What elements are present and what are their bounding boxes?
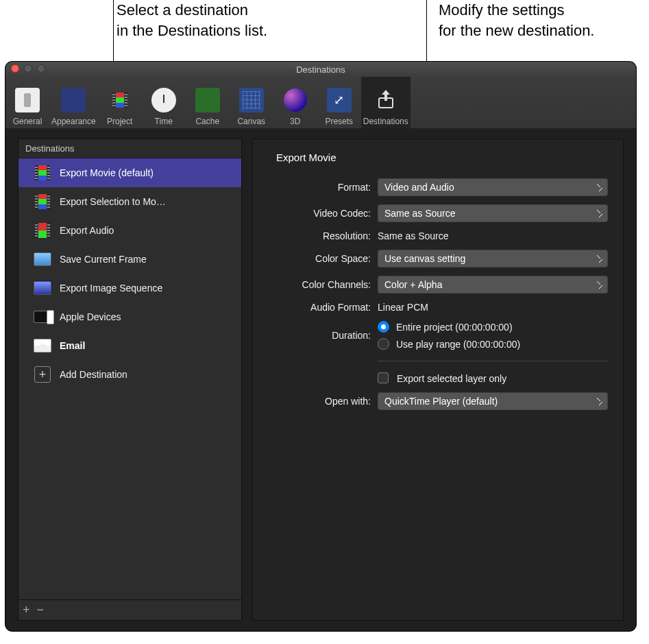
duration-label: Duration: <box>268 330 378 341</box>
audio-format-label: Audio Format: <box>268 302 378 313</box>
callout-left: Select a destination in the Destinations… <box>117 0 308 40</box>
resolution-value: Same as Source <box>378 230 608 241</box>
window-title: Destinations <box>296 64 345 75</box>
sidebar-item-export-audio[interactable]: Export Audio <box>19 216 241 245</box>
sidebar-item-label: Export Selection to Mo… <box>60 196 166 207</box>
film-icon <box>34 194 51 209</box>
panel-title-row: Export Movie <box>268 152 608 163</box>
sidebar-item-label: Export Image Sequence <box>60 283 162 294</box>
color-channels-label: Color Channels: <box>268 279 378 290</box>
sidebar-item-export-selection[interactable]: Export Selection to Mo… <box>19 187 241 216</box>
toolbar-cache[interactable]: Cache <box>186 77 230 128</box>
radio-off-icon <box>378 338 389 350</box>
sidebar-footer: + − <box>19 599 241 620</box>
video-codec-select[interactable]: Same as Source <box>378 204 608 222</box>
stopwatch-icon <box>151 88 176 112</box>
video-codec-label: Video Codec: <box>268 208 378 219</box>
toolbar-destinations[interactable]: Destinations <box>361 77 411 128</box>
envelope-icon <box>34 338 51 353</box>
resolution-label: Resolution: <box>268 230 378 241</box>
format-select[interactable]: Video and Audio <box>378 178 608 196</box>
film-audio-icon <box>34 223 51 238</box>
toolbar-canvas[interactable]: Canvas <box>230 77 273 128</box>
sidebar-item-label: Add Destination <box>60 369 127 380</box>
film-clapper-icon <box>106 86 134 114</box>
cache-icon <box>194 86 221 114</box>
devices-icon <box>34 309 51 324</box>
sidebar-item-label: Export Movie (default) <box>60 167 154 178</box>
add-button[interactable]: + <box>23 603 30 617</box>
sidebar-item-export-sequence[interactable]: Export Image Sequence <box>19 274 241 302</box>
duration-entire-radio[interactable]: Entire project (00:00:00:00) <box>378 321 608 333</box>
checkbox-icon <box>378 372 389 383</box>
panel-title: Export Movie <box>276 152 336 163</box>
toolbar-general[interactable]: General <box>5 77 49 128</box>
toolbar-time[interactable]: Time <box>142 77 186 128</box>
audio-format-value: Linear PCM <box>378 302 608 313</box>
film-icon <box>34 165 51 180</box>
sidebar-header: Destinations <box>19 139 241 158</box>
preferences-toolbar: General Appearance Project Time Cache Ca… <box>5 77 636 129</box>
sidebar-item-email[interactable]: Email <box>19 331 241 360</box>
color-channels-select[interactable]: Color + Alpha <box>378 276 608 294</box>
grid-icon <box>239 88 264 112</box>
open-with-label: Open with: <box>268 396 378 407</box>
format-label: Format: <box>268 182 378 193</box>
toolbar-project[interactable]: Project <box>98 77 142 128</box>
sidebar-item-label: Email <box>60 340 85 351</box>
open-with-select[interactable]: QuickTime Player (default) <box>378 392 608 410</box>
preferences-window: Destinations General Appearance Project … <box>5 62 636 631</box>
share-icon <box>372 86 400 114</box>
sphere-3d-icon <box>284 88 307 112</box>
callout-right-text: Modify the settings for the new destinat… <box>439 0 649 40</box>
title-bar[interactable]: Destinations <box>5 62 636 77</box>
image-sequence-icon <box>34 281 51 296</box>
sidebar-item-label: Export Audio <box>60 225 114 236</box>
sidebar-item-add-destination[interactable]: + Add Destination <box>19 360 241 389</box>
settings-form: Format: Video and Audio Video Codec: Sam… <box>268 178 608 410</box>
toolbar-presets[interactable]: ⤢ Presets <box>317 77 361 128</box>
callout-left-text: Select a destination in the Destinations… <box>117 0 308 40</box>
window-traffic-lights <box>11 64 45 73</box>
divider <box>378 361 608 361</box>
minimize-window-icon[interactable] <box>24 64 32 73</box>
radio-on-icon <box>378 321 389 333</box>
sidebar-item-label: Save Current Frame <box>60 254 147 265</box>
destinations-sidebar: Destinations Export Movie (default) Expo… <box>18 139 242 621</box>
export-selected-only-checkbox[interactable]: Export selected layer only <box>378 373 506 384</box>
plus-square-icon: + <box>34 367 51 382</box>
duration-play-range-radio[interactable]: Use play range (00:00:00:00) <box>378 338 608 350</box>
toolbar-appearance[interactable]: Appearance <box>49 77 98 128</box>
callout-right: Modify the settings for the new destinat… <box>439 0 649 40</box>
sidebar-item-label: Apple Devices <box>60 311 121 322</box>
color-space-select[interactable]: Use canvas setting <box>378 250 608 267</box>
remove-button[interactable]: − <box>37 603 45 617</box>
destinations-list: Export Movie (default) Export Selection … <box>19 158 241 599</box>
expand-icon: ⤢ <box>327 88 352 112</box>
sidebar-item-save-frame[interactable]: Save Current Frame <box>19 245 241 274</box>
appearance-icon <box>61 88 86 112</box>
zoom-window-icon[interactable] <box>37 64 45 73</box>
color-space-label: Color Space: <box>268 253 378 264</box>
toolbar-3d[interactable]: 3D <box>273 77 317 128</box>
switch-icon <box>15 88 40 112</box>
settings-panel: Export Movie Format: Video and Audio Vid… <box>252 139 624 621</box>
sidebar-item-export-movie[interactable]: Export Movie (default) <box>19 158 241 187</box>
sidebar-item-apple-devices[interactable]: Apple Devices <box>19 302 241 331</box>
close-window-icon[interactable] <box>11 64 19 73</box>
content-area: Destinations Export Movie (default) Expo… <box>5 128 636 631</box>
image-frame-icon <box>34 252 51 267</box>
